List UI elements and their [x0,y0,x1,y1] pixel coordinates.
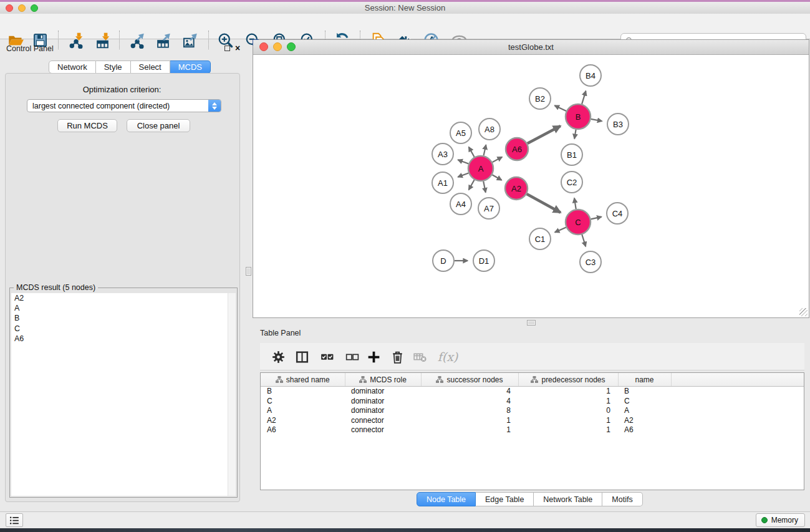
tab-node-table[interactable]: Node Table [417,492,476,506]
graph-node-B1[interactable]: B1 [561,144,582,165]
graph-node-B2[interactable]: B2 [529,88,551,109]
table-cell[interactable]: A6 [261,425,345,435]
graph-node-A7[interactable]: A7 [478,198,499,219]
table-cell[interactable]: B [261,387,345,397]
select-all-button[interactable] [317,347,337,367]
graph-edge-A-A3[interactable] [458,160,468,163]
table-row[interactable]: A2connector11A2 [261,416,804,426]
table-cell[interactable]: 1 [518,397,618,407]
table-cell[interactable]: 1 [518,387,618,397]
table-cell[interactable]: A [261,406,345,416]
graph-node-A1[interactable]: A1 [432,172,453,193]
mcds-result-item[interactable]: A [11,303,236,313]
graph-edge-A-A2[interactable] [492,175,501,180]
graph-node-A4[interactable]: A4 [450,193,471,215]
graph-node-C3[interactable]: C3 [580,251,601,273]
graph-edge-A6-B[interactable] [528,126,561,143]
table-cell[interactable]: dominator [345,406,421,416]
table-cell[interactable]: 4 [421,397,518,407]
table-cell[interactable]: 1 [421,416,518,426]
table-cell[interactable]: connector [345,416,421,426]
horizontal-splitter-grip[interactable] [527,320,536,326]
tab-network-table[interactable]: Network Table [534,492,602,506]
criterion-dropdown[interactable]: largest connected component (directed) [27,99,221,112]
column-header-predecessor-nodes[interactable]: predecessor nodes [518,373,618,387]
resize-grip-icon[interactable] [799,308,808,316]
mcds-result-item[interactable]: A6 [11,334,236,344]
graph-node-A3[interactable]: A3 [432,143,453,165]
graph-edge-C-C4[interactable] [591,217,601,220]
graph-node-B3[interactable]: B3 [607,114,629,135]
table-cell[interactable]: C [261,397,345,407]
destroy-table-button[interactable] [410,347,430,367]
table-cell[interactable]: 1 [518,416,618,426]
graph-edge-B-B1[interactable] [574,130,576,139]
tab-motifs[interactable]: Motifs [602,492,642,506]
graph-edge-A-A6[interactable] [493,157,503,162]
tab-style[interactable]: Style [96,60,131,74]
vertical-splitter-grip[interactable] [246,267,251,276]
table-cell[interactable]: A2 [261,416,345,426]
table-cell[interactable]: dominator [345,397,421,407]
column-header-successor-nodes[interactable]: successor nodes [421,373,518,387]
fx-button[interactable]: f(x) [435,347,460,367]
graph-edge-A-A4[interactable] [469,180,475,190]
table-cell[interactable]: C [618,397,671,407]
graph-node-A2[interactable]: A2 [505,177,528,200]
tab-edge-table[interactable]: Edge Table [476,492,534,506]
graph-edge-A-A7[interactable] [483,181,486,193]
graph-edge-B-B2[interactable] [554,105,566,111]
graph-edge-C-C3[interactable] [582,235,586,246]
tab-network[interactable]: Network [49,60,96,74]
table-row[interactable]: Cdominator41C [261,397,804,407]
close-panel-icon[interactable]: × [235,45,240,51]
table-cell[interactable]: 0 [518,406,618,416]
table-row[interactable]: A6connector11A6 [261,425,804,435]
graph-edge-A2-C[interactable] [527,194,561,213]
table-cell[interactable]: 4 [421,387,518,397]
graph-node-B4[interactable]: B4 [580,65,601,86]
mcds-result-list[interactable]: A2ABCA6 [11,293,236,496]
table-row[interactable]: Bdominator41B [261,387,804,397]
tab-mcds[interactable]: MCDS [170,60,211,74]
column-header-name[interactable]: name [618,373,671,387]
column-header-MCDS-role[interactable]: MCDS role [345,373,421,387]
network-canvas[interactable]: B4B2BB3A5A8A6A3B1AA1C2A2A4A7C4CC1C3DD1 [253,55,809,317]
scrollbar-track[interactable] [228,293,236,496]
column-header-shared-name[interactable]: shared name [261,373,345,387]
close-panel-button[interactable]: Close panel [127,119,190,132]
table-cell[interactable]: A [618,406,671,416]
gear-button[interactable] [268,347,288,367]
delete-button[interactable] [387,347,407,367]
graph-node-C1[interactable]: C1 [529,228,551,249]
graph-node-C[interactable]: C [566,210,591,235]
columns-button[interactable] [292,347,312,367]
graph-node-C2[interactable]: C2 [561,172,582,193]
graph-node-B[interactable]: B [566,104,591,129]
graph-node-D[interactable]: D [433,250,454,271]
table-cell[interactable]: 8 [421,406,518,416]
graph-node-A5[interactable]: A5 [450,122,471,143]
table-row[interactable]: Adominator80A [261,406,804,416]
graph-node-A8[interactable]: A8 [479,118,500,140]
graph-edge-A-A5[interactable] [469,147,475,157]
table-cell[interactable]: 1 [518,425,618,435]
float-panel-icon[interactable] [224,46,230,51]
table-cell[interactable]: 1 [421,425,518,435]
tab-select[interactable]: Select [131,60,170,74]
graph-node-A[interactable]: A [468,156,493,181]
mcds-result-item[interactable]: A2 [11,293,236,303]
add-button[interactable] [364,347,383,367]
graph-edge-C-C1[interactable] [555,227,566,232]
graph-node-A6[interactable]: A6 [506,138,528,160]
graph-node-D1[interactable]: D1 [473,250,494,271]
graph-edge-B-B4[interactable] [582,91,586,104]
table-cell[interactable]: B [618,387,671,397]
table-cell[interactable]: dominator [345,387,421,397]
table-cell[interactable]: connector [345,425,421,435]
table-cell[interactable]: A6 [618,425,671,435]
run-mcds-button[interactable]: Run MCDS [57,119,117,132]
graph-node-C4[interactable]: C4 [607,203,628,224]
deselect-all-button[interactable] [342,347,362,367]
table-cell[interactable]: A2 [618,416,671,426]
